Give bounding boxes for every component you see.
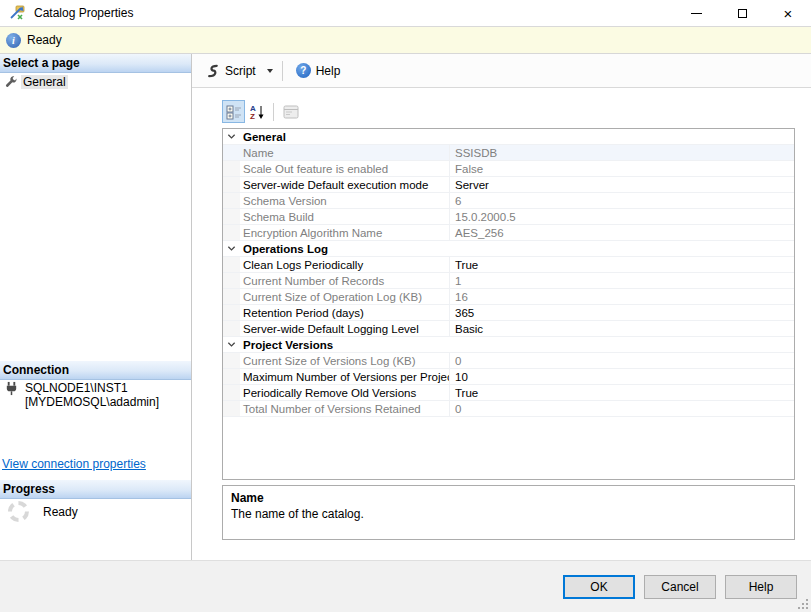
property-value[interactable]: 365 [450,307,794,319]
property-grid[interactable]: GeneralNameSSISDBScale Out feature is en… [222,128,795,480]
property-row-scale-out-feature-is-enabled[interactable]: Scale Out feature is enabledFalse [223,161,794,177]
properties-page: A Z [192,88,811,560]
resize-grip[interactable] [798,599,809,610]
property-label: Maximum Number of Versions per Project [240,369,450,384]
row-gutter [223,353,240,368]
property-value[interactable]: AES_256 [450,227,794,239]
category-row-operations-log[interactable]: Operations Log [223,241,794,257]
collapse-chevron-icon[interactable] [223,241,240,256]
minimize-button[interactable] [673,0,719,26]
property-label: Schema Build [240,209,450,224]
grid-toolbar-separator [273,103,274,121]
close-button[interactable]: × [765,0,811,26]
catalog-properties-dialog: Catalog Properties × i Ready Select a pa… [0,0,811,612]
script-dropdown-icon[interactable] [267,69,273,73]
script-button[interactable]: Script [201,60,260,82]
status-text: Ready [27,33,62,47]
close-icon: × [784,6,793,21]
help-button[interactable]: ? Help [292,60,345,81]
property-row-current-size-of-versions-log-kb[interactable]: Current Size of Versions Log (KB)0 [223,353,794,369]
view-connection-properties-link[interactable]: View connection properties [2,457,146,471]
category-row-general[interactable]: General [223,129,794,145]
row-gutter [223,257,240,272]
property-value[interactable]: 1 [450,275,794,287]
property-pages-button [279,100,302,123]
property-value[interactable]: Basic [450,323,794,335]
progress-spinner-icon [8,501,29,522]
row-gutter [223,305,240,320]
content-pane: Script ? Help [192,54,811,560]
property-row-schema-build[interactable]: Schema Build15.0.2000.5 [223,209,794,225]
connection-icon [4,381,19,396]
footer: OK Cancel Help [0,560,811,612]
row-gutter [223,145,240,160]
property-label: Periodically Remove Old Versions [240,385,450,400]
help-footer-button[interactable]: Help [725,575,797,599]
row-gutter [223,161,240,176]
row-gutter [223,321,240,336]
toolbar-separator [282,61,283,81]
catalog-icon [9,5,25,21]
property-row-periodically-remove-old-versions[interactable]: Periodically Remove Old VersionsTrue [223,385,794,401]
property-value[interactable]: Server [450,179,794,191]
property-value[interactable]: 10 [450,371,794,383]
property-label: Server-wide Default execution mode [240,177,450,192]
property-label: Current Size of Operation Log (KB) [240,289,450,304]
status-bar: i Ready [0,27,811,54]
property-row-name[interactable]: NameSSISDB [223,145,794,161]
property-pages-icon [283,105,299,119]
alphabetical-sort-button[interactable]: A Z [245,100,268,123]
collapse-chevron-icon[interactable] [223,337,240,352]
connection-server: SQLNODE1\INST1 [MYDEMOSQL\adadmin] [25,381,159,409]
progress-status-text: Ready [43,505,78,519]
property-row-server-wide-default-execution-mode[interactable]: Server-wide Default execution modeServer [223,177,794,193]
property-row-total-number-of-versions-retained[interactable]: Total Number of Versions Retained0 [223,401,794,417]
category-label: General [240,131,286,143]
property-label: Total Number of Versions Retained [240,401,450,416]
property-value[interactable]: 0 [450,403,794,415]
help-label: Help [316,64,341,78]
property-row-current-number-of-records[interactable]: Current Number of Records1 [223,273,794,289]
categorized-button[interactable] [222,100,245,123]
property-label: Server-wide Default Logging Level [240,321,450,336]
property-row-server-wide-default-logging-level[interactable]: Server-wide Default Logging LevelBasic [223,321,794,337]
property-value[interactable]: 16 [450,291,794,303]
property-label: Encryption Algorithm Name [240,225,450,240]
property-row-clean-logs-periodically[interactable]: Clean Logs PeriodicallyTrue [223,257,794,273]
info-icon: i [6,33,21,48]
property-value[interactable]: 15.0.2000.5 [450,211,794,223]
window-title: Catalog Properties [34,6,133,20]
maximize-icon [738,9,747,18]
property-value[interactable]: False [450,163,794,175]
maximize-button[interactable] [719,0,765,26]
property-row-retention-period-days[interactable]: Retention Period (days)365 [223,305,794,321]
property-row-encryption-algorithm-name[interactable]: Encryption Algorithm NameAES_256 [223,225,794,241]
category-row-project-versions[interactable]: Project Versions [223,337,794,353]
ok-button[interactable]: OK [563,575,635,599]
row-gutter [223,193,240,208]
property-label: Name [240,145,450,160]
sidebar-item-general[interactable]: General [0,73,191,89]
script-label: Script [225,64,256,78]
select-a-page-header: Select a page [0,54,191,73]
property-value[interactable]: 0 [450,355,794,367]
property-row-schema-version[interactable]: Schema Version6 [223,193,794,209]
row-gutter [223,369,240,384]
categorized-icon [226,104,242,120]
row-gutter [223,209,240,224]
collapse-chevron-icon[interactable] [223,129,240,144]
category-label: Project Versions [240,339,333,351]
minimize-icon [691,13,702,14]
alphabetical-sort-icon: A Z [249,104,265,120]
cancel-button[interactable]: Cancel [644,575,716,599]
property-value[interactable]: True [450,387,794,399]
property-row-current-size-of-operation-log-kb[interactable]: Current Size of Operation Log (KB)16 [223,289,794,305]
property-value[interactable]: SSISDB [450,147,794,159]
property-value[interactable]: 6 [450,195,794,207]
sidebar-item-label: General [21,75,68,89]
property-label: Retention Period (days) [240,305,450,320]
property-label: Current Size of Versions Log (KB) [240,353,450,368]
title-bar: Catalog Properties × [0,0,811,27]
property-row-maximum-number-of-versions-per-project[interactable]: Maximum Number of Versions per Project10 [223,369,794,385]
property-value[interactable]: True [450,259,794,271]
